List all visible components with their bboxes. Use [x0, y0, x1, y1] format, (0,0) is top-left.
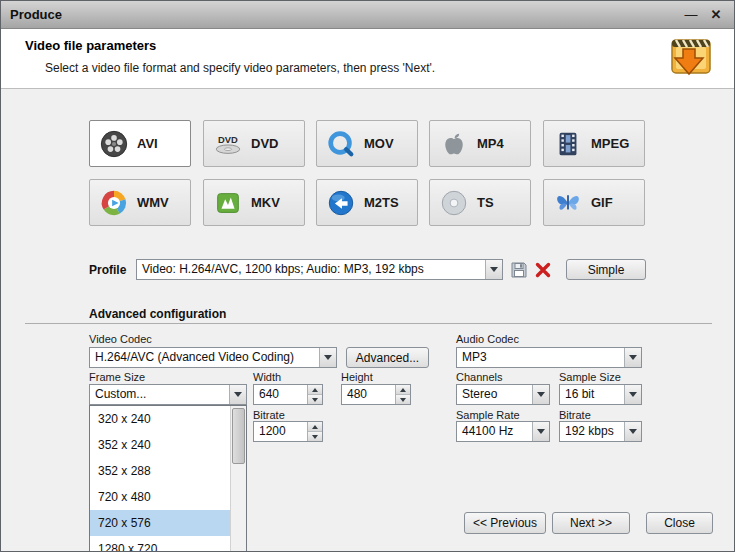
- format-label: MKV: [251, 195, 280, 210]
- mp4-apple-icon: [439, 129, 469, 159]
- audio-bitrate-combobox[interactable]: 192 kbps: [559, 421, 642, 442]
- format-button-dvd[interactable]: DVD DVD: [203, 120, 305, 167]
- m2ts-disc-icon: [326, 188, 356, 218]
- format-button-mkv[interactable]: MKV: [203, 179, 305, 226]
- profile-combobox[interactable]: Video: H.264/AVC, 1200 kbps; Audio: MP3,…: [136, 259, 503, 280]
- close-dialog-button[interactable]: Close: [646, 512, 713, 534]
- dvd-disc-icon: DVD: [213, 129, 243, 159]
- format-button-ts[interactable]: TS: [429, 179, 531, 226]
- audio-bitrate-value: 192 kbps: [560, 422, 624, 441]
- channels-combobox[interactable]: Stereo: [456, 384, 550, 405]
- format-label: MOV: [364, 136, 394, 151]
- format-label: M2TS: [364, 195, 399, 210]
- frame-size-option[interactable]: 320 x 240: [90, 406, 230, 432]
- chevron-down-icon: [629, 392, 637, 397]
- section-divider: [25, 323, 712, 324]
- channels-value: Stereo: [457, 385, 532, 404]
- width-increment-button[interactable]: [308, 385, 322, 394]
- profile-combobox-value: Video: H.264/AVC, 1200 kbps; Audio: MP3,…: [137, 260, 485, 279]
- format-button-avi[interactable]: AVI: [89, 120, 191, 167]
- video-codec-label: Video Codec: [89, 333, 152, 345]
- format-button-wmv[interactable]: WMV: [89, 179, 191, 226]
- width-label: Width: [253, 371, 281, 383]
- channels-label: Channels: [456, 371, 502, 383]
- delete-profile-button[interactable]: [532, 259, 553, 280]
- chevron-up-icon: [312, 425, 318, 429]
- chevron-down-icon: [537, 392, 545, 397]
- chevron-down-icon: [312, 398, 318, 402]
- chevron-down-icon: [324, 355, 332, 360]
- sample-rate-combobox[interactable]: 44100 Hz: [456, 421, 550, 442]
- frame-size-option[interactable]: 352 x 288: [90, 458, 230, 484]
- produce-dialog: Produce — ✕ Video file parameters Select…: [0, 0, 735, 552]
- frame-size-option[interactable]: 1280 x 720: [90, 536, 230, 552]
- svg-text:DVD: DVD: [218, 135, 238, 145]
- video-bitrate-value: 1200: [254, 422, 307, 441]
- chevron-down-icon: [537, 429, 545, 434]
- format-button-mpeg[interactable]: MPEG: [543, 120, 645, 167]
- chevron-up-icon: [312, 388, 318, 392]
- previous-button[interactable]: << Previous: [464, 512, 546, 534]
- advanced-codec-button[interactable]: Advanced...: [346, 347, 429, 368]
- chevron-down-icon: [490, 267, 498, 272]
- frame-size-option[interactable]: 720 x 480: [90, 484, 230, 510]
- format-label: GIF: [591, 195, 613, 210]
- save-profile-button[interactable]: [508, 259, 529, 280]
- dropdown-options: 320 x 240 352 x 240 352 x 288 720 x 480 …: [90, 406, 230, 552]
- audio-codec-combobox[interactable]: MP3: [456, 347, 642, 368]
- video-codec-combobox[interactable]: H.264/AVC (Advanced Video Coding): [89, 347, 337, 368]
- simple-button[interactable]: Simple: [566, 259, 646, 280]
- floppy-disk-icon: [510, 261, 528, 279]
- frame-size-dropdown-button[interactable]: [229, 385, 246, 404]
- dropdown-scrollbar[interactable]: [230, 406, 246, 552]
- bitrate-increment-button[interactable]: [308, 422, 322, 431]
- sample-rate-value: 44100 Hz: [457, 422, 532, 441]
- sample-rate-label: Sample Rate: [456, 409, 520, 421]
- format-label: TS: [477, 195, 494, 210]
- format-button-mp4[interactable]: MP4: [429, 120, 531, 167]
- audio-bitrate-dropdown-button[interactable]: [624, 422, 641, 441]
- minimize-button[interactable]: —: [680, 5, 702, 25]
- chevron-down-icon: [629, 355, 637, 360]
- video-bitrate-stepper[interactable]: 1200: [253, 421, 323, 442]
- height-stepper[interactable]: 480: [341, 384, 411, 405]
- format-button-gif[interactable]: GIF: [543, 179, 645, 226]
- channels-dropdown-button[interactable]: [532, 385, 549, 404]
- sample-size-value: 16 bit: [560, 385, 624, 404]
- ts-disc-icon: [439, 188, 469, 218]
- next-button[interactable]: Next >>: [552, 512, 630, 534]
- clapperboard-arrow-icon: [662, 33, 716, 81]
- height-decrement-button[interactable]: [396, 394, 410, 404]
- advanced-configuration-heading: Advanced configuration: [89, 307, 226, 321]
- dropdown-scrollbar-thumb[interactable]: [232, 408, 245, 464]
- frame-size-combobox[interactable]: Custom...: [89, 384, 247, 405]
- sample-size-combobox[interactable]: 16 bit: [559, 384, 642, 405]
- audio-codec-dropdown-button[interactable]: [624, 348, 641, 367]
- dialog-header: Video file parameters Select a video fil…: [1, 29, 734, 89]
- audio-bitrate-label: Bitrate: [559, 409, 591, 421]
- height-increment-button[interactable]: [396, 385, 410, 394]
- frame-size-option[interactable]: 352 x 240: [90, 432, 230, 458]
- close-button[interactable]: ✕: [705, 5, 727, 25]
- video-codec-dropdown-button[interactable]: [319, 348, 336, 367]
- chevron-up-icon: [400, 388, 406, 392]
- format-button-m2ts[interactable]: M2TS: [316, 179, 418, 226]
- profile-combobox-dropdown-button[interactable]: [485, 260, 502, 279]
- chevron-down-icon: [400, 398, 406, 402]
- window-title: Produce: [10, 7, 62, 22]
- width-stepper[interactable]: 640: [253, 384, 323, 405]
- width-decrement-button[interactable]: [308, 394, 322, 404]
- sample-size-dropdown-button[interactable]: [624, 385, 641, 404]
- format-label: WMV: [137, 195, 169, 210]
- format-button-mov[interactable]: MOV: [316, 120, 418, 167]
- frame-size-option-highlighted[interactable]: 720 x 576: [90, 510, 230, 536]
- sample-size-label: Sample Size: [559, 371, 621, 383]
- wmv-player-icon: [99, 188, 129, 218]
- height-label: Height: [341, 371, 373, 383]
- chevron-down-icon: [629, 429, 637, 434]
- page-subtitle: Select a video file format and specify v…: [45, 61, 435, 75]
- bitrate-decrement-button[interactable]: [308, 431, 322, 441]
- sample-rate-dropdown-button[interactable]: [532, 422, 549, 441]
- width-value: 640: [254, 385, 307, 404]
- height-value: 480: [342, 385, 395, 404]
